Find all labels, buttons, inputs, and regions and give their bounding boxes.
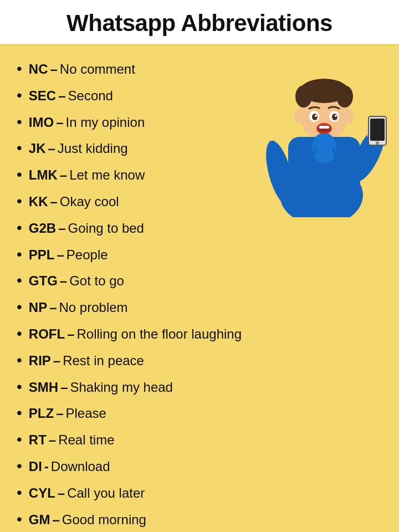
abbr-value: Got to go — [69, 272, 124, 290]
svg-point-22 — [335, 115, 337, 117]
abbr-sep: – — [49, 299, 57, 316]
svg-point-23 — [294, 110, 304, 123]
abbr-key: PPL — [29, 246, 55, 264]
abbr-key: ROFL — [29, 325, 65, 343]
content-area: NC – No commentSEC – SecondIMO – In my o… — [0, 45, 399, 532]
abbr-value: No comment — [60, 60, 135, 78]
abbr-value: Just kidding — [58, 140, 128, 157]
page-title: Whatsapp Abbreviations — [11, 10, 388, 37]
list-item: G2B – Going to bed — [17, 214, 244, 241]
abbr-key: RT — [29, 431, 47, 449]
abbr-key: PLZ — [29, 405, 54, 422]
svg-point-3 — [295, 85, 312, 108]
abbr-key: CYL — [29, 484, 55, 502]
svg-rect-16 — [319, 126, 329, 129]
abbr-key: KK — [29, 193, 48, 211]
list-item: LMK – Let me know — [17, 161, 244, 188]
list-item: SEC – Second — [17, 82, 244, 109]
list-item: DI - Download — [17, 453, 244, 479]
svg-point-21 — [315, 115, 317, 117]
header: Whatsapp Abbreviations — [0, 0, 399, 45]
abbr-value: Call you later — [67, 484, 145, 502]
list-item: PPL – People — [17, 241, 244, 268]
boy-illustration — [255, 51, 393, 217]
list-item: KK – Okay cool — [17, 188, 244, 214]
abbr-value: Shaking my head — [70, 378, 173, 396]
list-item: GTG – Got to go — [17, 267, 244, 294]
abbr-sep: – — [49, 431, 56, 449]
svg-point-24 — [344, 110, 354, 123]
svg-rect-12 — [370, 119, 385, 141]
abbr-value: In my opinion — [66, 114, 145, 131]
abbr-sep: – — [67, 325, 74, 343]
abbr-value: Real time — [58, 431, 114, 449]
abbr-key: SEC — [29, 87, 56, 105]
abbr-value: Rest in peace — [63, 352, 144, 370]
abbr-key: SMH — [29, 378, 58, 396]
list-item: NP – No problem — [17, 294, 244, 320]
abbr-value: Download — [51, 458, 110, 475]
abbr-key: NP — [29, 299, 47, 316]
abbr-sep: – — [50, 60, 57, 78]
list-item: RT – Real time — [17, 426, 244, 453]
list-item: PLZ – Please — [17, 400, 244, 426]
abbr-sep: – — [56, 405, 63, 422]
abbr-sep: – — [52, 511, 59, 529]
abbr-value: Good morning — [62, 511, 146, 529]
abbr-key: GM — [29, 511, 50, 529]
abbr-key: NC — [29, 60, 48, 78]
abbr-value: No problem — [59, 299, 128, 316]
list-item: CYL – Call you later — [17, 479, 244, 506]
abbreviations-list-area: NC – No commentSEC – SecondIMO – In my o… — [0, 51, 255, 532]
abbr-sep: – — [50, 193, 57, 211]
abbr-value: Rolling on the floor laughing — [77, 325, 242, 343]
abbr-value: Second — [68, 87, 113, 105]
list-item: NC – No comment — [17, 55, 244, 82]
svg-point-20 — [332, 114, 337, 120]
abbr-sep: – — [60, 166, 67, 184]
svg-point-4 — [336, 85, 353, 108]
abbr-sep: – — [58, 219, 65, 237]
abbr-value: Please — [66, 405, 106, 422]
list-item: SMH – Shaking my head — [17, 374, 244, 400]
abbr-key: RIP — [29, 352, 51, 370]
abbr-value: Going to bed — [68, 219, 144, 237]
abbr-sep: – — [57, 246, 64, 264]
abbr-sep: – — [48, 140, 55, 157]
list-item: IMO – In my opinion — [17, 109, 244, 135]
abbreviations-list: NC – No commentSEC – SecondIMO – In my o… — [17, 55, 244, 532]
abbr-value: Let me know — [69, 166, 145, 184]
abbr-value: Okay cool — [60, 193, 119, 211]
list-item: ROFL – Rolling on the floor laughing — [17, 320, 244, 347]
list-item: GM – Good morning — [17, 506, 244, 532]
abbr-key: GTG — [29, 272, 58, 290]
abbr-sep: – — [60, 272, 67, 290]
abbr-sep: – — [56, 114, 63, 131]
abbr-value: People — [66, 246, 108, 264]
image-area — [255, 51, 399, 532]
abbr-key: DI — [29, 458, 42, 475]
page: Whatsapp Abbreviations NC – No commentSE… — [0, 0, 399, 532]
abbr-sep: – — [58, 484, 65, 502]
abbr-sep: – — [58, 87, 65, 105]
abbr-key: JK — [29, 140, 46, 157]
abbr-sep: – — [53, 352, 60, 370]
abbr-sep: – — [60, 378, 68, 396]
abbr-key: IMO — [29, 114, 54, 131]
abbr-sep: - — [44, 458, 49, 475]
abbr-key: G2B — [29, 219, 56, 237]
list-item: JK – Just kidding — [17, 135, 244, 161]
list-item: RIP – Rest in peace — [17, 347, 244, 374]
svg-point-19 — [312, 114, 318, 120]
abbr-key: LMK — [29, 166, 58, 184]
svg-point-13 — [376, 141, 379, 145]
